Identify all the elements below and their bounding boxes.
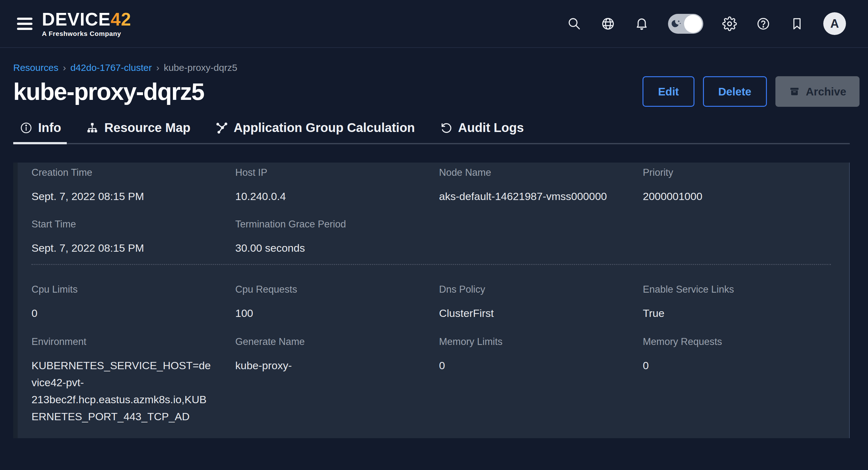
breadcrumb-separator: › [63, 62, 66, 73]
field-termination-grace-period: Termination Grace Period 30.00 seconds [235, 217, 423, 256]
user-avatar[interactable]: A [823, 12, 846, 35]
device42-logo[interactable]: DEVICE42 A Freshworks Company [42, 10, 131, 37]
field-label: Start Time [31, 217, 219, 231]
node-cluster-icon [215, 121, 228, 134]
field-value: 0 [31, 305, 214, 322]
device42-logo-subtitle: A Freshworks Company [42, 30, 131, 37]
field-cpu-requests: Cpu Requests 100 [235, 283, 423, 322]
field-memory-requests: Memory Requests 0 [643, 335, 831, 425]
field-label: Cpu Requests [235, 283, 423, 296]
notifications-button[interactable] [634, 17, 649, 31]
info-panel-content: Creation Time Sept. 7, 2022 08:15 PM Hos… [13, 162, 849, 425]
field-value: Sept. 7, 2022 08:15 PM [31, 240, 214, 256]
field-cpu-limits: Cpu Limits 0 [31, 283, 219, 322]
header-left: DEVICE42 A Freshworks Company [17, 10, 131, 37]
info-row-1: Creation Time Sept. 7, 2022 08:15 PM Hos… [31, 166, 831, 205]
device42-logo-42: 42 [111, 9, 131, 29]
field-label: Dns Policy [439, 283, 627, 296]
field-value: 100 [235, 305, 417, 322]
field-value: 30.00 seconds [235, 240, 417, 256]
globe-icon [600, 17, 615, 31]
field-generate-name: Generate Name kube-proxy- [235, 335, 423, 425]
field-value: kube-proxy- [235, 357, 417, 374]
field-label: Environment [31, 335, 219, 349]
tab-label: Info [38, 121, 61, 135]
theme-toggle-knob [684, 15, 702, 33]
field-value: True [643, 305, 825, 322]
gear-icon [722, 17, 737, 31]
info-row-4: Environment KUBERNETES_SERVICE_HOST=devi… [31, 335, 831, 425]
field-label: Host IP [235, 166, 423, 180]
field-node-name: Node Name aks-default-14621987-vmss00000… [439, 166, 627, 205]
header-actions: A [567, 12, 846, 35]
info-panel: Creation Time Sept. 7, 2022 08:15 PM Hos… [13, 162, 850, 438]
field-label: Node Name [439, 166, 627, 180]
search-button[interactable] [567, 17, 582, 31]
archive-button[interactable]: Archive [775, 76, 860, 107]
settings-button[interactable] [722, 17, 737, 31]
main-content: Resources › d42do-1767-cluster › kube-pr… [0, 62, 868, 438]
field-label: Memory Limits [439, 335, 627, 349]
breadcrumb-resources[interactable]: Resources [13, 62, 58, 73]
field-value: 10.240.0.4 [235, 188, 417, 205]
field-label: Creation Time [31, 166, 219, 180]
hamburger-bar [17, 23, 32, 25]
hamburger-menu-button[interactable] [17, 18, 32, 30]
breadcrumb-cluster[interactable]: d42do-1767-cluster [70, 62, 152, 73]
field-label: Priority [643, 166, 831, 180]
field-label: Memory Requests [643, 335, 831, 349]
info-circle-icon [20, 121, 33, 134]
edit-button[interactable]: Edit [643, 76, 694, 107]
moon-icon [671, 18, 683, 30]
panel-scrollbar[interactable] [13, 162, 18, 438]
tab-label: Resource Map [104, 121, 190, 135]
history-icon [439, 121, 453, 134]
info-row-2: Start Time Sept. 7, 2022 08:15 PM Termin… [31, 217, 831, 256]
field-value: ClusterFirst [439, 305, 621, 322]
help-icon [756, 17, 771, 31]
bookmark-icon [789, 17, 804, 31]
theme-toggle[interactable] [668, 14, 703, 34]
search-icon [567, 17, 582, 31]
tab-resource-map[interactable]: Resource Map [86, 121, 190, 135]
field-start-time: Start Time Sept. 7, 2022 08:15 PM [31, 217, 219, 256]
field-label: Generate Name [235, 335, 423, 349]
title-row: kube-proxy-dqrz5 Edit Delete Archive [13, 76, 868, 107]
field-label: Enable Service Links [643, 283, 831, 296]
archive-button-label: Archive [806, 85, 846, 98]
field-environment: Environment KUBERNETES_SERVICE_HOST=devi… [31, 335, 219, 425]
field-priority: Priority 2000001000 [643, 166, 831, 205]
field-value: aks-default-14621987-vmss000000 [439, 188, 621, 205]
archive-icon [788, 86, 800, 97]
app-root: DEVICE42 A Freshworks Company [0, 0, 868, 470]
field-memory-limits: Memory Limits 0 [439, 335, 627, 425]
language-button[interactable] [600, 17, 615, 31]
hamburger-bar [17, 18, 32, 20]
field-host-ip: Host IP 10.240.0.4 [235, 166, 423, 205]
field-value: Sept. 7, 2022 08:15 PM [31, 188, 214, 205]
breadcrumb: Resources › d42do-1767-cluster › kube-pr… [13, 62, 868, 73]
field-value: 0 [439, 357, 621, 374]
help-button[interactable] [756, 17, 771, 31]
tab-application-group-calculation[interactable]: Application Group Calculation [215, 121, 415, 135]
top-header: DEVICE42 A Freshworks Company [0, 0, 868, 48]
sitemap-icon [86, 121, 99, 134]
field-value: 0 [643, 357, 825, 374]
field-dns-policy: Dns Policy ClusterFirst [439, 283, 627, 322]
tab-audit-logs[interactable]: Audit Logs [439, 121, 524, 135]
action-buttons: Edit Delete Archive [643, 76, 860, 107]
tab-label: Audit Logs [458, 121, 524, 135]
tab-info[interactable]: Info [20, 121, 61, 135]
breadcrumb-current: kube-proxy-dqrz5 [164, 62, 237, 73]
field-enable-service-links: Enable Service Links True [643, 283, 831, 322]
bell-icon [634, 17, 649, 31]
breadcrumb-separator: › [156, 62, 159, 73]
delete-button[interactable]: Delete [703, 76, 767, 107]
field-label: Termination Grace Period [235, 217, 423, 231]
field-creation-time: Creation Time Sept. 7, 2022 08:15 PM [31, 166, 219, 205]
device42-logo-text: DEVICE42 [42, 10, 131, 28]
field-label: Cpu Limits [31, 283, 219, 296]
bookmarks-button[interactable] [789, 17, 804, 31]
hamburger-bar [17, 28, 32, 30]
tab-bar: Info Resource Map Application Group Calc… [13, 121, 850, 144]
